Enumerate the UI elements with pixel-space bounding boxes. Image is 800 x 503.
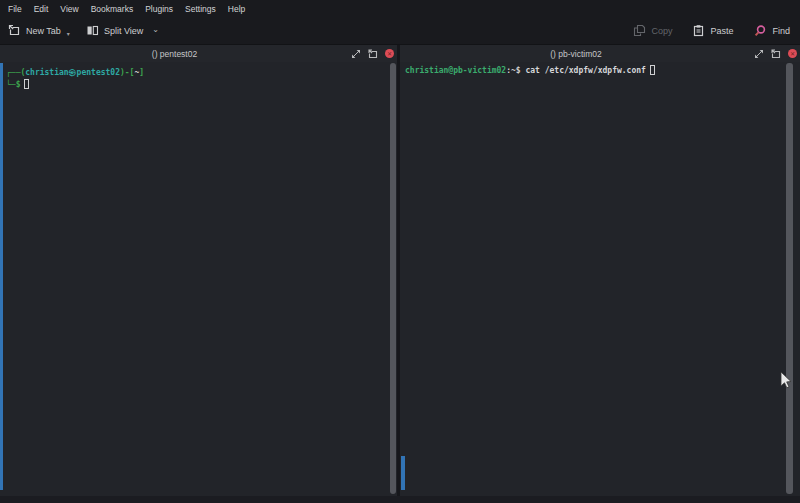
new-output-indicator	[401, 456, 405, 490]
terminal-split-area: ┌──(christian㉿pentest02)-[~] └─$ christi…	[0, 62, 800, 496]
right-pane-close-icon[interactable]: ✕	[788, 49, 797, 58]
prompt-user-host: christian㉿pentest02	[25, 68, 120, 77]
menu-settings[interactable]: Settings	[179, 2, 222, 16]
paste-icon	[692, 24, 705, 37]
prompt-dollar: └─$	[6, 80, 20, 89]
new-tab-label: New Tab	[26, 26, 61, 36]
menu-file[interactable]: File	[2, 2, 28, 16]
left-pane-close-icon[interactable]: ✕	[385, 49, 394, 58]
right-pane-scrollbar[interactable]	[786, 63, 793, 494]
active-pane-indicator	[0, 63, 3, 490]
find-icon	[753, 24, 767, 38]
pane-header-row: () pentest02 ✕ () pb-vict	[0, 44, 800, 62]
copy-button[interactable]: Copy	[633, 24, 672, 37]
menu-plugins[interactable]: Plugins	[139, 2, 179, 16]
menu-bar: File Edit View Bookmarks Plugins Setting…	[0, 0, 800, 17]
prompt-line-2: └─$	[6, 79, 387, 91]
expand-view-icon[interactable]	[351, 49, 361, 59]
menu-view[interactable]: View	[54, 2, 84, 16]
right-pane-title: () pb-victim02	[400, 45, 752, 62]
terminal-cursor	[24, 79, 29, 89]
right-pane-header-icons: ✕	[754, 45, 797, 62]
split-view-chevron-down-icon[interactable]: ⌄	[152, 25, 159, 34]
detach-tab-icon[interactable]	[771, 49, 781, 59]
terminal-pane-pb-victim02[interactable]: christian@pb-victim02:~$ cat /etc/xdpfw/…	[400, 62, 800, 496]
copy-label: Copy	[651, 26, 672, 36]
paste-button[interactable]: Paste	[692, 24, 733, 37]
left-pane-header-icons: ✕	[351, 45, 394, 62]
new-tab-button[interactable]: New Tab ▾	[8, 24, 70, 37]
mouse-pointer-icon	[779, 371, 793, 395]
terminal-pane-pentest02[interactable]: ┌──(christian㉿pentest02)-[~] └─$	[0, 62, 397, 496]
menu-help[interactable]: Help	[222, 2, 251, 16]
typed-command: cat /etc/xdpfw/xdpfw.conf	[525, 66, 645, 75]
prompt-bracket-close: ]	[139, 68, 144, 77]
find-button[interactable]: Find	[753, 24, 790, 38]
terminal-cursor	[650, 65, 655, 75]
split-view-label: Split View	[104, 26, 143, 36]
new-tab-dropdown-caret[interactable]: ▾	[67, 30, 70, 37]
prompt-user-host: christian@pb-victim02	[405, 66, 506, 75]
split-view-button[interactable]: Split View ⌄	[86, 24, 159, 37]
detach-tab-icon[interactable]	[368, 49, 378, 59]
prompt-line: christian@pb-victim02:~$ cat /etc/xdpfw/…	[405, 65, 786, 77]
menu-edit[interactable]: Edit	[28, 2, 55, 16]
prompt-line-1: ┌──(christian㉿pentest02)-[~]	[6, 67, 387, 79]
right-pane-header[interactable]: () pb-victim02 ✕	[400, 45, 800, 62]
toolbar: New Tab ▾ Split View ⌄ Cop	[0, 17, 800, 44]
split-view-icon	[86, 24, 99, 37]
window-bottom-edge	[0, 496, 800, 503]
prompt-separator: )-[	[120, 68, 134, 77]
copy-icon	[633, 24, 646, 37]
left-pane-header[interactable]: () pentest02 ✕	[0, 45, 397, 62]
menu-bookmarks[interactable]: Bookmarks	[85, 2, 140, 16]
prompt-box-open: ┌──(	[6, 68, 25, 77]
left-pane-title: () pentest02	[0, 45, 349, 62]
konsole-window: File Edit View Bookmarks Plugins Setting…	[0, 0, 800, 503]
toolbar-right-group: Copy Paste	[613, 24, 790, 38]
new-tab-icon	[8, 24, 21, 37]
paste-label: Paste	[710, 26, 733, 36]
left-pane-scrollbar[interactable]	[390, 63, 396, 494]
find-label: Find	[772, 26, 790, 36]
expand-view-icon[interactable]	[754, 49, 764, 59]
prompt-dollar: $	[516, 66, 526, 75]
